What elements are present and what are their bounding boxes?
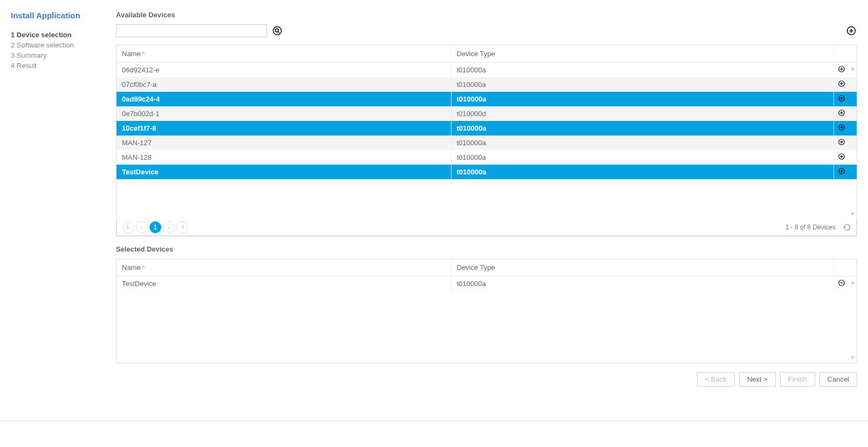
sort-asc-icon bbox=[141, 50, 145, 58]
wizard-steps: 1 Device selection2 Software selection3 … bbox=[11, 30, 116, 71]
remove-row-icon[interactable] bbox=[834, 279, 849, 287]
cell-name: 0e7b002d-1 bbox=[117, 106, 451, 121]
pager-first[interactable]: I‹ bbox=[122, 221, 134, 233]
add-row-icon[interactable] bbox=[834, 94, 849, 102]
selected-header-action bbox=[833, 259, 849, 276]
cell-type: t010000a bbox=[451, 92, 833, 106]
scroll-down-icon[interactable]: ▼ bbox=[850, 211, 856, 217]
available-table: Name Device Type 06d92412-et010000a07cf0… bbox=[116, 45, 857, 236]
scroll-up-icon[interactable]: ▲ bbox=[850, 279, 856, 285]
wizard-step[interactable]: 3 Summary bbox=[11, 50, 116, 60]
cell-name: TestDevice bbox=[117, 165, 451, 179]
table-row[interactable]: MAN-127t010000a bbox=[117, 136, 857, 150]
cell-name: 0ad89c24-4 bbox=[117, 92, 451, 106]
table-row[interactable]: MAN-128t010000a bbox=[117, 150, 857, 165]
table-row[interactable]: 07cf0bc7-at010000a bbox=[117, 77, 857, 92]
next-button[interactable]: Next > bbox=[739, 372, 776, 387]
cell-type: t010000a bbox=[451, 150, 833, 165]
pager: I‹ ‹ 1 › ›I 1 - 8 of 8 Devices bbox=[117, 219, 857, 236]
pager-next[interactable]: › bbox=[163, 221, 175, 233]
cell-name: MAN-127 bbox=[117, 136, 451, 150]
pager-summary: 1 - 8 of 8 Devices bbox=[785, 223, 836, 231]
table-row[interactable]: 0e7b002d-1t010000d bbox=[117, 106, 857, 121]
wizard-step[interactable]: 1 Device selection bbox=[11, 30, 116, 40]
add-row-icon[interactable] bbox=[834, 80, 849, 87]
cell-type: t010000a bbox=[451, 121, 833, 136]
table-row[interactable]: TestDevicet010000a bbox=[117, 276, 857, 291]
sort-asc-icon bbox=[141, 263, 145, 272]
selected-header-name[interactable]: Name bbox=[117, 259, 451, 276]
pager-prev[interactable]: ‹ bbox=[136, 221, 148, 233]
svg-line-2 bbox=[278, 32, 279, 33]
wizard-sidebar: Install Application 1 Device selection2 … bbox=[11, 11, 116, 410]
add-row-icon[interactable] bbox=[834, 109, 849, 117]
wizard-step[interactable]: 4 Result bbox=[11, 60, 116, 71]
cell-type: t010000d bbox=[451, 106, 833, 121]
refresh-icon[interactable] bbox=[843, 223, 851, 231]
pager-page-1[interactable]: 1 bbox=[149, 221, 161, 233]
cell-name: TestDevice bbox=[117, 276, 451, 291]
back-button[interactable]: < Back bbox=[697, 372, 735, 387]
search-input[interactable] bbox=[116, 24, 267, 37]
cell-type: t010000a bbox=[451, 136, 833, 150]
scroll-up-icon[interactable]: ▲ bbox=[850, 65, 856, 71]
finish-button[interactable]: Finish bbox=[780, 372, 815, 387]
wizard-title: Install Application bbox=[11, 11, 116, 20]
cell-name: 07cf0bc7-a bbox=[117, 77, 451, 92]
add-row-icon[interactable] bbox=[834, 167, 849, 175]
available-section-title: Available Devices bbox=[116, 11, 857, 19]
table-row[interactable]: TestDevicet010000a bbox=[117, 165, 857, 179]
svg-point-0 bbox=[274, 27, 282, 35]
cell-name: 06d92412-e bbox=[117, 63, 451, 77]
add-row-icon[interactable] bbox=[834, 65, 849, 73]
pager-last[interactable]: ›I bbox=[176, 221, 188, 233]
wizard-footer: < Back Next > Finish Cancel bbox=[116, 372, 857, 387]
wizard-step[interactable]: 2 Software selection bbox=[11, 40, 116, 50]
svg-point-1 bbox=[275, 29, 278, 32]
available-header-type[interactable]: Device Type bbox=[451, 45, 833, 63]
add-all-icon[interactable] bbox=[845, 25, 857, 37]
selected-header-type[interactable]: Device Type bbox=[451, 259, 833, 276]
cell-type: t010000a bbox=[451, 165, 833, 179]
cell-type: t010000a bbox=[451, 77, 833, 92]
table-row[interactable]: 10cef1f7-8t010000a bbox=[117, 121, 857, 136]
cancel-button[interactable]: Cancel bbox=[819, 372, 857, 387]
search-icon[interactable] bbox=[271, 25, 283, 37]
cell-type: t010000a bbox=[451, 63, 833, 77]
add-row-icon[interactable] bbox=[834, 124, 849, 131]
selected-section-title: Selected Devices bbox=[116, 245, 857, 253]
table-row[interactable]: 06d92412-et010000a bbox=[117, 63, 857, 77]
available-header-action bbox=[833, 45, 849, 63]
cell-name: MAN-128 bbox=[117, 150, 451, 165]
cell-name: 10cef1f7-8 bbox=[117, 121, 451, 136]
add-row-icon[interactable] bbox=[834, 138, 849, 146]
cell-type: t010000a bbox=[451, 276, 833, 291]
available-header-name[interactable]: Name bbox=[117, 45, 451, 63]
scroll-down-icon[interactable]: ▼ bbox=[850, 354, 856, 361]
table-row[interactable]: 0ad89c24-4t010000a bbox=[117, 92, 857, 106]
selected-table: Name Device Type TestDevicet010000a ▲ ▼ bbox=[116, 259, 857, 363]
add-row-icon[interactable] bbox=[834, 153, 849, 160]
